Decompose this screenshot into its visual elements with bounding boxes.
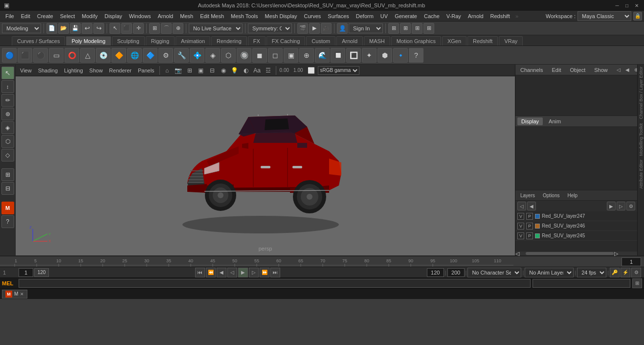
workspace-lock-icon[interactable]: 🔒 [633,12,642,21]
shelf-tab-curves[interactable]: Curves / Surfaces [12,36,65,46]
modeling-toolkit-strip-label[interactable]: Modelling Toolkit [638,121,644,158]
shelf-tab-poly[interactable]: Poly Modeling [66,36,111,46]
vp-menu-show[interactable]: Show [87,67,106,74]
edit-tab[interactable]: Edit [550,66,563,74]
vp-aa-btn[interactable]: Aa [252,66,262,75]
shelf-icon-tool2[interactable]: 🔧 [174,48,189,63]
shelf-tab-motion[interactable]: Motion Graphics [391,36,441,46]
object-tab[interactable]: Object [568,66,587,74]
sculpt-left[interactable]: ⊛ [1,108,14,120]
component-left[interactable]: ◈ [1,121,14,134]
shelf-icon-tool7[interactable]: ◼ [252,48,267,63]
vp-menu-view[interactable]: View [18,67,34,74]
current-frame-input[interactable] [622,257,641,266]
close-button[interactable]: ✕ [633,2,640,9]
open-file-button[interactable]: 📂 [58,23,69,34]
shelf-icon-tool1[interactable]: ⚙ [158,48,173,63]
shelf-icon-texture2[interactable]: 🔷 [143,48,157,63]
shelf-icon-tool5[interactable]: ⬡ [221,48,236,63]
vp-home-btn[interactable]: ⌂ [162,66,172,75]
layer-v-1[interactable]: V [517,213,524,220]
vp-xray-btn[interactable]: ☲ [264,66,273,75]
menu-mesh-display[interactable]: Mesh Display [261,12,300,20]
menu-cache[interactable]: Cache [421,12,443,20]
scroll-thumb[interactable] [526,252,614,255]
save-file-button[interactable]: 💾 [70,23,81,34]
layer-color-1[interactable] [535,214,540,219]
shelf-tab-rendering[interactable]: Rendering [211,36,247,46]
shelf-icon-help[interactable]: ? [409,48,423,63]
maximize-button[interactable]: □ [623,2,630,9]
layout-left[interactable]: ⊞ [1,168,14,181]
channel-settings-btn[interactable]: ◀ [623,66,631,74]
shelf-tab-mash[interactable]: MASH [364,36,390,46]
menu-surfaces[interactable]: Surfaces [324,12,352,20]
layer-scrollbar[interactable]: ◁ ▷ [515,252,637,255]
shelf-icon-tool9[interactable]: ▣ [284,48,298,63]
workspace-dropdown[interactable]: Maya Classic [577,11,631,21]
layer-v-2[interactable]: V [517,223,524,230]
help-left[interactable]: ? [1,215,14,228]
shelf-icon-tool3[interactable]: 💠 [190,48,204,63]
shelf-icon-tool11[interactable]: 🌊 [315,48,330,63]
redo-button[interactable]: ↪ [93,23,104,34]
menu-mesh[interactable]: Mesh [177,12,197,20]
lasso-tool-button[interactable]: ⬛ [121,23,132,34]
script-editor-btn[interactable]: ⊞ [632,278,642,288]
shelf-icon-plane[interactable]: ▭ [49,48,64,63]
play-fwd-btn[interactable]: ▶ [238,268,248,277]
help-btn[interactable]: Help [564,192,580,199]
menu-file[interactable]: File [2,12,18,20]
layer-color-3[interactable] [535,233,540,238]
minimize-button[interactable]: ─ [614,2,621,9]
menu-create[interactable]: Create [34,12,57,20]
timeline-ruler[interactable]: 1 5 10 15 20 25 30 35 40 45 50 55 60 65 … [0,256,644,267]
shelf-icon-cube[interactable]: ⬛ [18,48,32,63]
layer-p-3[interactable]: P [526,232,533,239]
menu-curves[interactable]: Curves [301,12,325,20]
shelf-tab-rigging[interactable]: Rigging [146,36,175,46]
menu-arnold[interactable]: Arnold [465,12,487,20]
display-1-button[interactable]: ⊞ [388,23,399,34]
measure-left[interactable]: ◇ [1,149,14,161]
shelf-tab-fx-caching[interactable]: FX Caching [266,36,305,46]
show-tab[interactable]: Show [592,66,610,74]
new-file-button[interactable]: 📄 [46,23,57,34]
menu-mesh-tools[interactable]: Mesh Tools [227,12,261,20]
vp-menu-lighting[interactable]: Lighting [62,67,86,74]
shelf-icon-disk[interactable]: 💿 [96,48,111,63]
shelf-tab-vray[interactable]: VRay [499,36,523,46]
layer-back-btn[interactable]: ◁ [517,202,526,210]
menu-deform[interactable]: Deform [353,12,377,20]
paint-tool-left[interactable]: ✏ [1,94,14,107]
layer-p-2[interactable]: P [526,223,533,230]
viewport-canvas[interactable]: Y X Z persp [16,76,515,255]
options-btn[interactable]: Options [540,192,562,199]
shelf-icon-tool8[interactable]: ◻ [268,48,283,63]
display-3-button[interactable]: ⊞ [412,23,422,34]
symmetry-dropdown[interactable]: Symmetry: Off [248,23,292,33]
shelf-icon-tool6[interactable]: 🔘 [237,48,251,63]
autokey-btn[interactable]: ⚡ [621,268,630,277]
live-surface-dropdown[interactable]: No Live Surface [189,23,243,33]
shelf-tab-animation[interactable]: Animation [176,36,210,46]
menu-edit-mesh[interactable]: Edit Mesh [197,12,227,20]
channel-collapse-btn[interactable]: ◁ [615,66,622,74]
shelf-icon-tool4[interactable]: ◈ [205,48,220,63]
vp-menu-panels[interactable]: Panels [135,67,157,74]
snap-grid-button[interactable]: ⊞ [149,23,160,34]
render-button[interactable]: 🎬 [297,23,308,34]
shelf-tab-sculpting[interactable]: Sculpting [112,36,145,46]
vp-sel-btn[interactable]: ⊞ [185,66,195,75]
layer-settings-btn[interactable]: ⚙ [626,202,635,210]
shelf-icon-tool14[interactable]: ✦ [362,48,377,63]
go-end-btn[interactable]: ⏭ [270,268,280,277]
taskbar-maya-item[interactable]: M M ✕ [2,290,27,299]
fps-dropdown[interactable]: 24 fps [577,268,606,277]
snap-left[interactable]: ⬡ [1,135,14,148]
attribute-editor-strip-label[interactable]: Attribute Editor [638,158,644,191]
display-tab[interactable]: Display [517,117,543,125]
layer-back2-btn[interactable]: ◀ [527,202,536,210]
vp-gamma-icon[interactable]: ⬜ [307,66,316,75]
menu-vray[interactable]: V-Ray [443,12,465,20]
